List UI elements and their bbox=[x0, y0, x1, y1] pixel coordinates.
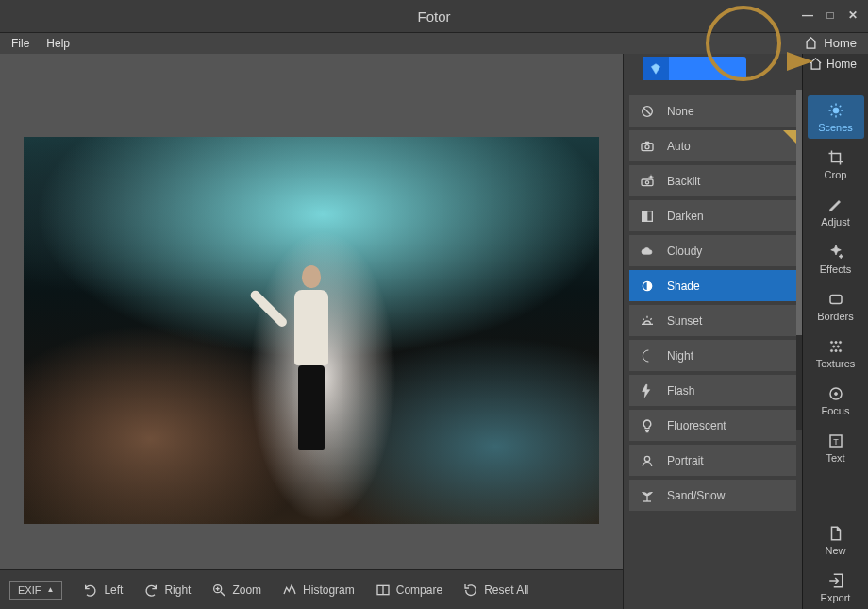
histogram-icon bbox=[282, 583, 297, 598]
svg-point-9 bbox=[645, 144, 649, 148]
histogram-button[interactable]: Histogram bbox=[282, 583, 355, 598]
compare-button[interactable]: Compare bbox=[376, 583, 442, 598]
tool-borders-label: Borders bbox=[817, 311, 854, 322]
photo-preview[interactable] bbox=[24, 137, 599, 524]
app-title: Fotor bbox=[417, 8, 450, 25]
scene-item-night[interactable]: Night bbox=[629, 340, 796, 371]
scene-item-cloudy[interactable]: Cloudy bbox=[629, 235, 796, 266]
scene-item-label: Auto bbox=[667, 140, 691, 153]
ban-icon bbox=[639, 103, 656, 120]
home-label: Home bbox=[824, 36, 857, 50]
menu-help[interactable]: Help bbox=[46, 37, 70, 50]
svg-point-41 bbox=[834, 349, 836, 351]
scene-item-sand-snow[interactable]: Sand/Snow bbox=[629, 480, 796, 511]
svg-point-24 bbox=[644, 456, 649, 461]
scene-list: None Auto Backlit Darken Cloudy Shade Su… bbox=[629, 95, 796, 511]
scene-item-portrait[interactable]: Portrait bbox=[629, 445, 796, 476]
rotate-right-label: Right bbox=[164, 584, 191, 597]
minimize-button[interactable]: — bbox=[800, 8, 815, 23]
scene-item-label: None bbox=[667, 105, 694, 118]
compare-label: Compare bbox=[396, 584, 442, 597]
rotate-right-button[interactable]: Right bbox=[143, 583, 191, 598]
close-button[interactable]: ✕ bbox=[845, 8, 860, 23]
zoom-button[interactable]: Zoom bbox=[211, 583, 261, 598]
scroll-thumb[interactable] bbox=[796, 90, 802, 335]
home-label-secondary: Home bbox=[826, 58, 857, 71]
svg-line-31 bbox=[839, 113, 841, 115]
scene-item-label: Backlit bbox=[667, 175, 700, 188]
cloud-icon bbox=[639, 243, 656, 260]
texture-icon bbox=[827, 338, 844, 355]
tool-effects[interactable]: Effects bbox=[808, 237, 864, 280]
tool-focus[interactable]: Focus bbox=[808, 379, 864, 422]
rotate-right-icon bbox=[143, 583, 159, 598]
reset-label: Reset All bbox=[484, 584, 528, 597]
scene-item-auto[interactable]: Auto bbox=[629, 130, 796, 161]
svg-line-7 bbox=[643, 108, 651, 115]
tool-textures[interactable]: Textures bbox=[808, 331, 864, 375]
tool-new-label: New bbox=[825, 545, 845, 556]
svg-line-32 bbox=[839, 105, 841, 107]
tool-borders[interactable]: Borders bbox=[808, 284, 864, 328]
tool-focus-label: Focus bbox=[822, 405, 850, 416]
export-icon bbox=[827, 572, 844, 589]
bottom-toolbar: EXIF ▲ Left Right Zoom Histogram Comp bbox=[0, 569, 623, 609]
flash-icon bbox=[639, 382, 656, 399]
menu-file[interactable]: File bbox=[11, 37, 29, 50]
svg-point-37 bbox=[839, 341, 841, 343]
svg-point-39 bbox=[837, 345, 839, 347]
diamond-icon bbox=[643, 57, 669, 80]
scene-item-flash[interactable]: Flash bbox=[629, 375, 796, 406]
rotate-left-button[interactable]: Left bbox=[83, 583, 123, 598]
tool-textures-label: Textures bbox=[816, 358, 856, 369]
svg-line-33 bbox=[830, 113, 832, 115]
svg-line-23 bbox=[650, 318, 651, 319]
svg-line-1 bbox=[221, 592, 225, 596]
tool-text[interactable]: T Text bbox=[808, 426, 864, 469]
sparkle-icon bbox=[827, 244, 844, 261]
tool-scenes[interactable]: Scenes bbox=[808, 95, 864, 139]
svg-line-30 bbox=[830, 105, 832, 107]
premium-tab[interactable] bbox=[643, 57, 746, 80]
svg-rect-34 bbox=[830, 295, 842, 303]
svg-rect-8 bbox=[642, 143, 653, 150]
canvas-viewport bbox=[0, 54, 623, 569]
svg-point-11 bbox=[645, 180, 648, 183]
tool-new[interactable]: New bbox=[808, 518, 864, 562]
tool-adjust[interactable]: Adjust bbox=[808, 190, 864, 233]
home-button-secondary[interactable]: Home bbox=[809, 57, 857, 71]
tool-crop[interactable]: Crop bbox=[808, 143, 864, 186]
home-button[interactable]: Home bbox=[804, 36, 857, 50]
scene-item-sunset[interactable]: Sunset bbox=[629, 305, 796, 336]
crop-icon bbox=[827, 149, 844, 166]
sun-camera-icon bbox=[639, 173, 656, 190]
darken-icon bbox=[639, 208, 656, 225]
main-area: EXIF ▲ Left Right Zoom Histogram Comp bbox=[0, 54, 868, 609]
scene-item-shade[interactable]: Shade bbox=[629, 270, 796, 301]
exif-button[interactable]: EXIF ▲ bbox=[9, 581, 62, 600]
svg-rect-18 bbox=[643, 211, 647, 221]
svg-point-38 bbox=[832, 345, 834, 347]
reset-icon bbox=[463, 583, 478, 598]
compare-icon bbox=[376, 583, 391, 598]
scene-item-none[interactable]: None bbox=[629, 95, 796, 127]
scene-item-label: Night bbox=[667, 349, 693, 363]
maximize-button[interactable]: □ bbox=[823, 8, 838, 23]
scene-item-darken[interactable]: Darken bbox=[629, 200, 796, 231]
chevron-up-icon: ▲ bbox=[46, 585, 54, 594]
scene-item-label: Portrait bbox=[667, 454, 704, 467]
tool-adjust-label: Adjust bbox=[821, 216, 850, 228]
pencil-icon bbox=[827, 196, 844, 213]
reset-all-button[interactable]: Reset All bbox=[463, 583, 528, 598]
sunset-icon bbox=[639, 313, 656, 330]
menu-bar: File Help bbox=[0, 33, 868, 54]
scrollbar[interactable] bbox=[796, 90, 802, 430]
svg-point-44 bbox=[834, 392, 837, 395]
bulb-icon bbox=[639, 417, 656, 434]
scene-item-fluorescent[interactable]: Fluorescent bbox=[629, 410, 796, 441]
shade-icon bbox=[639, 278, 656, 295]
tool-export[interactable]: Export bbox=[808, 566, 864, 609]
svg-point-25 bbox=[833, 108, 839, 113]
svg-text:T: T bbox=[833, 436, 839, 446]
scene-item-backlit[interactable]: Backlit bbox=[629, 165, 796, 196]
